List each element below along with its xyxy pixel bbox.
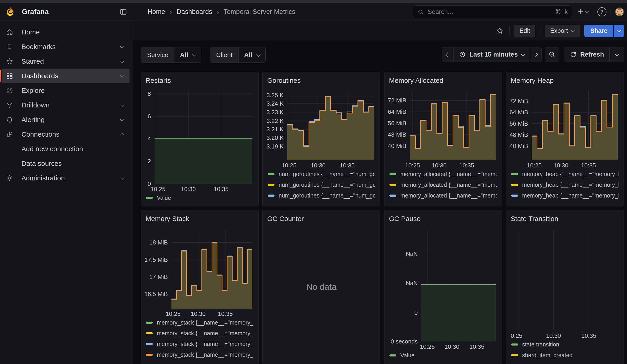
breadcrumb-dashboards[interactable]: Dashboards — [176, 8, 212, 15]
star-icon — [6, 58, 14, 65]
legend-item[interactable]: Value — [146, 193, 253, 203]
legend-item[interactable]: memory_stack {__name__="memory_s — [146, 328, 253, 339]
legend-series-label[interactable]: memory_allocated {__name__="memc — [400, 203, 497, 204]
legend-series-label[interactable]: memory_heap {__name__="memory_h — [522, 203, 619, 204]
legend-series-chip — [146, 332, 153, 334]
legend-series-label[interactable]: memory_stack {__name__="memory_s — [157, 330, 253, 337]
x-axis-tick-label: 10:30 — [432, 162, 447, 169]
legend-item[interactable]: memory_heap {__name__="memory_h — [511, 190, 619, 201]
legend-series-label[interactable]: memory_allocated {__name__="memc — [400, 192, 497, 199]
legend-item[interactable]: memory_heap {__name__="memory_h — [511, 201, 619, 204]
legend-series-label[interactable]: memory_heap {__name__="memory_h — [522, 192, 619, 199]
legend-item[interactable]: memory_heap {__name__="memory_h — [511, 179, 619, 190]
legend-item[interactable]: num_goroutines {__name__="num_go — [268, 169, 375, 179]
legend-series-label[interactable]: memory_allocated {__name__="memc — [400, 182, 497, 188]
legend-series-label[interactable]: num_goroutines {__name__="num_go — [279, 182, 375, 188]
panel-title[interactable]: State Transition — [509, 213, 621, 223]
sidebar-item-alerting[interactable]: Alerting — [2, 112, 129, 127]
legend-series-label[interactable]: num_goroutines {__name__="num_go — [279, 192, 375, 199]
legend-item[interactable]: num_goroutines {__name__="num_go — [268, 179, 375, 190]
chevron-down-icon — [120, 103, 124, 107]
legend-item[interactable]: memory_stack {__name__="memory_s — [146, 349, 253, 360]
dashboard-body: Service All Client All — [133, 41, 627, 364]
export-button[interactable]: Export — [545, 25, 580, 37]
legend-series-label[interactable]: state transition — [522, 341, 559, 348]
legend-series-label[interactable]: shard_item_created — [522, 352, 573, 359]
search-text-field[interactable] — [427, 8, 552, 16]
sidebar-item-starred[interactable]: Starred — [2, 54, 129, 69]
y-axis-tick-label: 40 MiB — [510, 143, 528, 150]
plot-region[interactable] — [532, 91, 618, 160]
bookmark-icon — [6, 43, 14, 51]
plot-region[interactable] — [171, 229, 252, 309]
panel-title[interactable]: Memory Heap — [509, 75, 621, 84]
plot-region[interactable] — [410, 91, 496, 160]
sidebar-item-bookmarks[interactable]: Bookmarks — [2, 40, 129, 54]
legend-item[interactable]: shard_item_created — [511, 350, 619, 361]
share-button[interactable]: Share — [584, 25, 613, 37]
sidebar-item-home[interactable]: Home — [2, 25, 129, 40]
plot-region[interactable] — [421, 229, 496, 341]
panel-title[interactable]: Goroutines — [265, 75, 377, 84]
legend-series-chip — [268, 184, 274, 186]
sidebar-item-connections[interactable]: Connections — [2, 127, 129, 142]
chart-area: 72 MiB64 MiB56 MiB48 MiB40 MiB10:2510:30… — [387, 91, 499, 168]
legend-series-label[interactable]: num_goroutines {__name__="num_go — [279, 203, 375, 204]
legend-item[interactable]: memory_allocated {__name__="memc — [389, 201, 497, 204]
panel-title[interactable]: Memory Allocated — [387, 75, 499, 84]
sidebar-item-drilldown[interactable]: Drilldown — [2, 98, 129, 112]
plot-region[interactable] — [155, 91, 252, 184]
legend-series-chip — [511, 343, 518, 346]
user-avatar[interactable] — [615, 7, 624, 16]
legend-item[interactable]: state transition — [511, 339, 619, 350]
legend-series-label[interactable]: memory_allocated {__name__="memc — [400, 171, 497, 177]
x-axis: 10:2510:3010:35 — [410, 160, 496, 168]
y-axis-tick-label: 3.22 K — [266, 117, 284, 124]
legend-item[interactable]: memory_stack {__name__="memory_s — [146, 339, 253, 349]
panel-title[interactable]: GC Pause — [387, 213, 499, 223]
grafana-logo-icon[interactable] — [5, 6, 16, 17]
legend-series-label[interactable]: memory_heap {__name__="memory_h — [522, 182, 619, 188]
help-button[interactable] — [597, 7, 607, 16]
legend-series-label[interactable]: memory_stack {__name__="memory_s — [157, 352, 253, 358]
favorite-star-button[interactable] — [496, 27, 504, 35]
sidebar-item-administration[interactable]: Administration — [2, 171, 129, 185]
breadcrumb-home[interactable]: Home — [148, 8, 165, 15]
sidebar-item-data-sources[interactable]: Data sources — [2, 156, 129, 171]
legend-item[interactable]: memory_stack {__name__="memory_s — [146, 317, 253, 328]
panel-title[interactable]: Restarts — [144, 75, 256, 84]
share-split-button: Share — [584, 25, 624, 37]
sidebar-item-dashboards[interactable]: Dashboards — [2, 69, 129, 83]
sidebar-item-explore[interactable]: Explore — [2, 83, 129, 98]
dock-sidebar-toggle-icon[interactable] — [119, 8, 127, 16]
sidebar-item-label: Alerting — [21, 116, 45, 124]
legend-item[interactable]: memory_allocated {__name__="memc — [389, 169, 497, 179]
legend-series-label[interactable]: memory_stack {__name__="memory_s — [157, 341, 253, 347]
search-input[interactable]: ⌘+k — [413, 5, 572, 18]
plot-region[interactable] — [511, 229, 618, 330]
chart-area: 8642010:2510:3010:35 — [144, 91, 256, 192]
legend-series-label[interactable]: memory_stack {__name__="memory_s — [157, 319, 253, 326]
legend-series-label[interactable]: num_goroutines {__name__="num_go — [279, 171, 375, 177]
no-data-message: No data — [263, 210, 380, 364]
share-options-button[interactable] — [613, 25, 624, 37]
legend-series-label[interactable]: Value — [400, 352, 415, 359]
legend-series-label[interactable]: Value — [157, 195, 171, 201]
legend-item[interactable]: memory_allocated {__name__="memc — [389, 179, 497, 190]
add-new-button[interactable]: + — [578, 7, 589, 17]
chevron-up-icon — [120, 133, 124, 137]
legend-item[interactable]: num_goroutines {__name__="num_go — [268, 201, 375, 204]
sidebar-item-add-new-connection[interactable]: Add new connection — [2, 142, 129, 156]
plot-region[interactable] — [287, 91, 374, 160]
legend-series-label[interactable]: memory_heap {__name__="memory_h — [522, 171, 619, 177]
sidebar-item-label: Explore — [21, 87, 45, 95]
y-axis-tick-label: 4 — [148, 135, 151, 142]
legend-item[interactable]: memory_heap {__name__="memory_h — [511, 169, 619, 179]
main-content: Edit Export Share Service — [133, 21, 627, 364]
y-axis-tick-label: 72 MiB — [510, 98, 528, 105]
legend-item[interactable]: num_goroutines {__name__="num_go — [268, 190, 375, 201]
legend-item[interactable]: Value — [389, 350, 497, 361]
edit-button[interactable]: Edit — [514, 25, 535, 37]
legend-item[interactable]: memory_allocated {__name__="memc — [389, 190, 497, 201]
panel-title[interactable]: Memory Stack — [144, 213, 256, 223]
